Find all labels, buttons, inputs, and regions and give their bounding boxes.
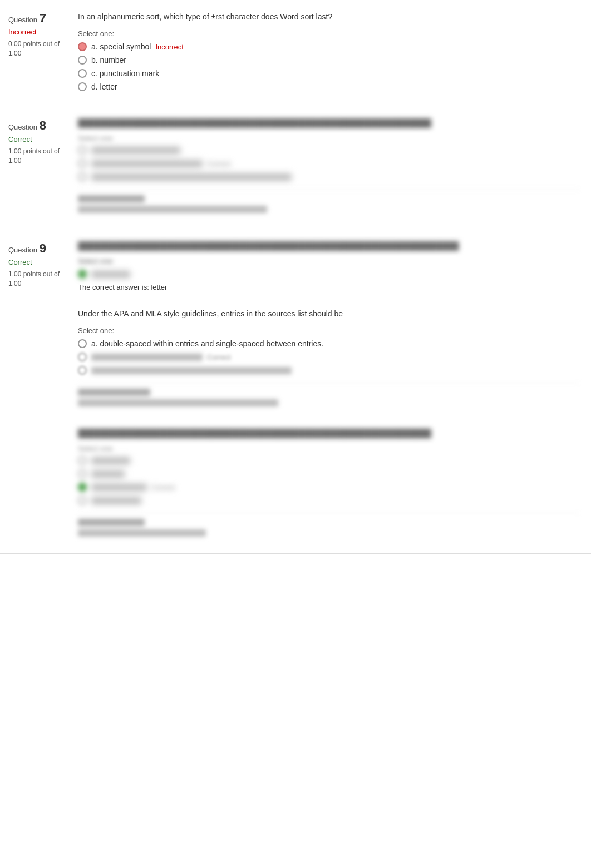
q8-radio-blurred-3	[78, 172, 87, 181]
q9-sub-option-a[interactable]: a. double-spaced within entries and sing…	[78, 339, 580, 348]
q8-feedback-blurred	[78, 189, 580, 219]
q9-label: Question	[8, 246, 37, 254]
q9-sub-radio-a[interactable]	[78, 339, 87, 348]
q7-select-label: Select one:	[78, 29, 580, 38]
q9-sub-option-b-text-blurred	[91, 354, 203, 361]
q9-sub2-text-1	[91, 457, 130, 464]
q7-incorrect-badge: Incorrect	[155, 43, 184, 51]
q9-radio-blurred-1	[78, 270, 87, 279]
question-7-content: In an alphanumeric sort, which type of ±…	[72, 11, 591, 96]
q7-option-d-text: d. letter	[91, 82, 117, 91]
q8-option-text-3	[91, 173, 292, 181]
q8-number: 8	[40, 118, 46, 132]
q9-sub-option-b-blurred: Correct	[78, 353, 580, 361]
q9-sub-radio-b-blurred	[78, 353, 87, 361]
q8-radio-blurred-2	[78, 159, 87, 168]
q9-options-blurred	[78, 270, 580, 279]
question-block-8: Question 8 Correct 1.00 points out of 1.…	[0, 107, 591, 230]
question-9-sidebar: Question 9 Correct 1.00 points out of 1.…	[0, 241, 72, 542]
page-container: Question 7 Incorrect 0.00 points out of …	[0, 0, 591, 868]
q8-status: Correct	[8, 135, 64, 143]
q7-option-a-text: a. special symbol	[91, 42, 151, 51]
q7-option-a[interactable]: a. special symbol Incorrect	[78, 42, 580, 51]
q9-select-blurred: Select one:	[78, 257, 580, 265]
q9-sub-question-area: Under the APA and MLA style guidelines, …	[78, 308, 580, 412]
q7-status: Incorrect	[8, 28, 64, 36]
q9-sub2-question-text-blurred: ████████████████████████████████████████…	[78, 429, 580, 438]
q7-option-b-text: b. number	[91, 56, 126, 65]
q8-feedback-text-blurred	[78, 206, 267, 213]
q9-sub2-feedback-title	[78, 519, 145, 526]
question-8-sidebar: Question 8 Correct 1.00 points out of 1.…	[0, 118, 72, 219]
q7-option-d[interactable]: d. letter	[78, 82, 580, 91]
q7-radio-a[interactable]	[78, 42, 87, 51]
q8-label: Question	[8, 123, 37, 131]
q9-number: 9	[40, 241, 46, 255]
q7-radio-d[interactable]	[78, 82, 87, 91]
q8-blurred-badge-2: Correct	[207, 160, 231, 168]
q7-label: Question	[8, 16, 37, 24]
q9-sub2-feedback-blurred	[78, 513, 580, 542]
q9-sub-option-c-text-blurred	[91, 367, 292, 374]
q9-sub-feedback-text-blurred	[78, 399, 278, 406]
q9-sub-select-label: Select one:	[78, 326, 580, 335]
q9-sub2-option-2	[78, 469, 580, 478]
q9-sub2-radio-1	[78, 456, 87, 465]
q9-sub2-badge-3: Correct	[151, 483, 175, 492]
q9-sub2-text-4	[91, 497, 141, 504]
q9-sub2-options-blurred: Select one: Correct	[78, 444, 580, 505]
q8-feedback-title-blurred	[78, 195, 145, 202]
q7-option-b[interactable]: b. number	[78, 56, 580, 65]
q8-question-text-blurred: ████████████████████████████████████████…	[78, 118, 580, 127]
q8-radio-blurred-1	[78, 146, 87, 155]
q9-sub-badge-b: Correct	[207, 353, 231, 361]
q7-number: 7	[40, 11, 46, 25]
q9-sub-radio-c-blurred	[78, 366, 87, 375]
q7-question-text: In an alphanumeric sort, which type of ±…	[78, 11, 580, 23]
q8-blurred-option-2: Correct	[78, 159, 580, 168]
q7-radio-b[interactable]	[78, 56, 87, 65]
q7-options-list: a. special symbol Incorrect b. number c.…	[78, 42, 580, 91]
q9-sub2-radio-4	[78, 496, 87, 505]
q7-points: 0.00 points out of 1.00	[8, 39, 64, 58]
q8-blurred-option-3	[78, 172, 580, 181]
question-9-content: ████████████████████████████████████████…	[72, 241, 591, 542]
q9-sub2-text-3	[91, 484, 147, 491]
q9-sub-question-text: Under the APA and MLA style guidelines, …	[78, 308, 580, 320]
q9-sub-options-list: a. double-spaced within entries and sing…	[78, 339, 580, 375]
question-block-9: Question 9 Correct 1.00 points out of 1.…	[0, 230, 591, 554]
q7-option-c[interactable]: c. punctuation mark	[78, 69, 580, 78]
q8-points: 1.00 points out of 1.00	[8, 147, 64, 166]
q9-sub-feedback-blurred	[78, 383, 580, 412]
q9-sub2-text-2	[91, 470, 125, 478]
q9-sub2-feedback-text	[78, 529, 206, 537]
q9-sub-option-a-text: a. double-spaced within entries and sing…	[91, 339, 323, 348]
q9-option-text-1	[91, 271, 130, 278]
q9-sub-option-c-blurred	[78, 366, 580, 375]
question-block-7: Question 7 Incorrect 0.00 points out of …	[0, 0, 591, 107]
q9-status: Correct	[8, 258, 64, 266]
q9-sub2-option-4	[78, 496, 580, 505]
q9-question-text-blurred: ████████████████████████████████████████…	[78, 241, 580, 250]
q9-sub2-radio-3	[78, 483, 87, 492]
q9-sub2-question-area: ████████████████████████████████████████…	[78, 429, 580, 542]
q9-sub-feedback-title-blurred	[78, 389, 150, 396]
q9-sub2-option-3: Correct	[78, 483, 580, 492]
q9-correct-answer: The correct answer is: letter	[78, 283, 580, 291]
q9-sub2-radio-2	[78, 469, 87, 478]
q7-option-c-text: c. punctuation mark	[91, 69, 159, 78]
q8-option-text-2	[91, 160, 203, 167]
question-7-sidebar: Question 7 Incorrect 0.00 points out of …	[0, 11, 72, 96]
q8-blurred-option-1	[78, 146, 580, 155]
q9-blurred-option-1	[78, 270, 580, 279]
q8-option-text-1	[91, 147, 180, 154]
q9-sub2-option-1	[78, 456, 580, 465]
q8-options-blurred: Select one: Correct	[78, 134, 580, 181]
q9-points: 1.00 points out of 1.00	[8, 270, 64, 289]
q7-radio-c[interactable]	[78, 69, 87, 78]
question-8-content: ████████████████████████████████████████…	[72, 118, 591, 219]
